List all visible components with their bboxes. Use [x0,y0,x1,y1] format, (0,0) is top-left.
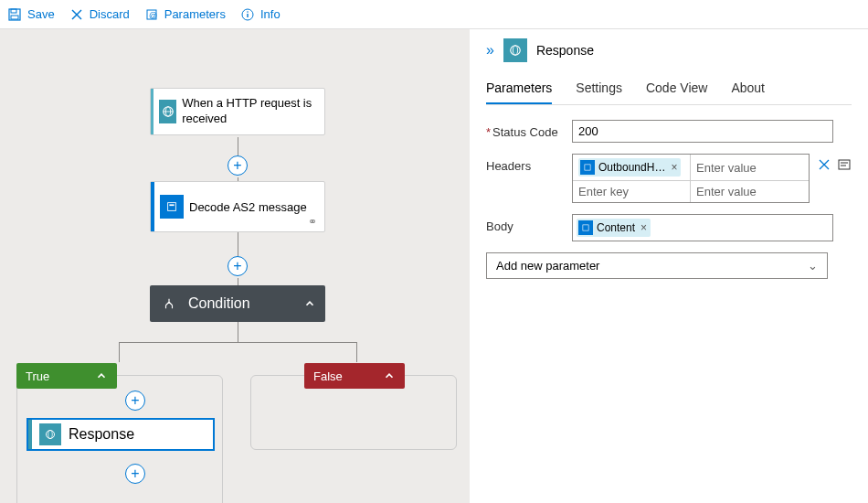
chevron-up-icon[interactable] [383,369,396,382]
tab-settings[interactable]: Settings [576,73,622,104]
panel-title: Response [536,43,594,58]
discard-label: Discard [90,7,130,21]
as2-icon [160,195,184,219]
add-step-button[interactable]: + [228,155,248,176]
body-label: Body [486,214,565,233]
card-stripe [151,89,153,134]
false-branch: False [250,375,457,450]
parameters-button[interactable]: @ Parameters [144,7,226,22]
tab-code-view[interactable]: Code View [646,73,707,104]
svg-rect-2 [11,16,18,19]
header-value-cell[interactable]: Enter value [691,181,809,202]
response-action-card[interactable]: Response [26,418,215,451]
status-code-input[interactable] [572,120,833,143]
svg-rect-13 [168,203,176,211]
svg-point-9 [247,11,249,13]
save-icon [7,7,22,22]
link-icon: ⚭ [308,215,317,228]
response-icon [39,423,61,445]
svg-rect-1 [11,9,16,13]
trigger-http-label: When a HTTP request is received [182,89,324,134]
chevron-up-icon[interactable] [303,297,316,310]
remove-token-icon[interactable]: × [671,161,677,174]
card-stripe [151,182,154,231]
true-label: True [26,369,49,383]
parameters-icon: @ [144,7,159,22]
header-key-token[interactable]: OutboundH… × [578,158,681,177]
add-step-button[interactable]: + [125,391,145,411]
svg-point-17 [511,46,521,56]
decode-label: Decode AS2 message [189,197,316,218]
condition-card[interactable]: Condition [150,285,325,322]
condition-label: Condition [188,295,250,312]
panel-tabs: Parameters Settings Code View About [486,73,852,105]
svg-rect-14 [169,204,174,206]
info-icon [240,7,255,22]
svg-rect-22 [839,160,850,169]
add-parameter-dropdown[interactable]: Add new parameter ⌄ [486,252,828,279]
collapse-panel-button[interactable]: » [486,42,494,59]
header-key-cell[interactable]: Enter key [573,181,691,202]
designer-canvas[interactable]: When a HTTP request is received + Decode… [0,29,470,503]
svg-rect-25 [583,225,588,230]
false-header[interactable]: False [304,363,405,389]
tab-about[interactable]: About [731,73,765,104]
add-step-button[interactable]: + [125,464,145,484]
info-button[interactable]: Info [240,7,281,22]
parameters-label: Parameters [164,7,226,21]
text-mode-icon[interactable] [837,157,852,172]
save-label: Save [27,7,55,21]
svg-point-18 [513,46,517,56]
remove-token-icon[interactable]: × [640,221,647,234]
details-panel: » Response Parameters Settings Code View… [470,29,868,503]
info-label: Info [260,7,281,21]
header-key-cell[interactable]: OutboundH… × [573,155,691,181]
body-input[interactable]: Content × [572,214,833,241]
response-icon [503,38,527,62]
header-value-cell[interactable]: Enter value [691,155,809,181]
response-action-label: Response [69,426,134,443]
tab-parameters[interactable]: Parameters [486,73,552,104]
status-code-label: *Status Code [486,120,565,139]
chevron-up-icon[interactable] [95,369,108,382]
add-step-button[interactable]: + [228,256,248,276]
svg-point-16 [48,431,53,439]
svg-point-15 [47,431,55,439]
save-button[interactable]: Save [7,7,55,22]
svg-text:@: @ [149,11,157,20]
add-parameter-label: Add new parameter [496,259,599,273]
true-branch: True + Response + [16,375,223,503]
card-stripe [28,420,32,449]
swap-mode-icon[interactable] [817,157,831,172]
discard-button[interactable]: Discard [69,7,130,22]
false-label: False [313,369,343,383]
toolbar: Save Discard @ Parameters Info [0,0,868,29]
condition-icon [157,292,181,316]
discard-icon [69,7,84,22]
headers-grid: OutboundH… × Enter value Enter key Enter… [572,154,810,203]
http-icon [159,100,176,123]
trigger-http-card[interactable]: When a HTTP request is received [150,88,325,135]
svg-rect-19 [585,165,590,170]
chevron-down-icon: ⌄ [808,259,818,273]
body-token[interactable]: Content × [577,219,651,237]
headers-label: Headers [486,154,565,173]
decode-as2-card[interactable]: Decode AS2 message ⚭ [150,181,325,232]
true-header[interactable]: True [16,363,117,389]
